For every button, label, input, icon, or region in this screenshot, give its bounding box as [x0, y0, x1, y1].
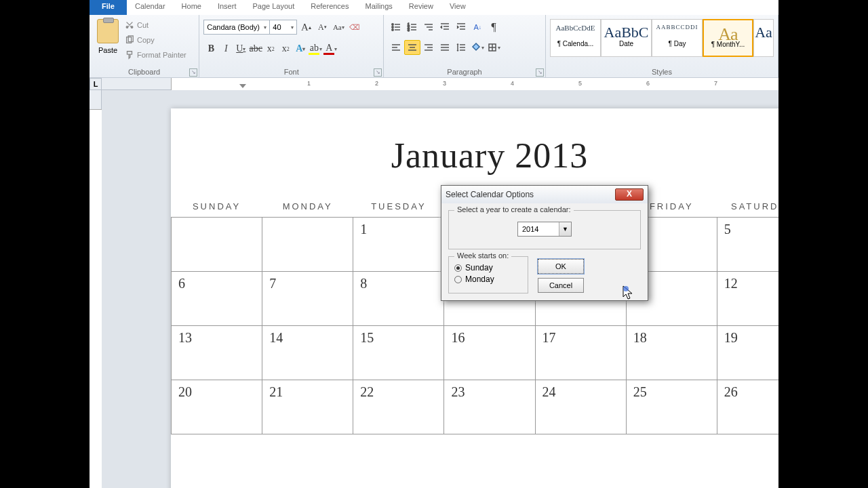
shrink-font-button[interactable]: A▾: [315, 20, 330, 35]
cut-button[interactable]: Cut: [125, 18, 186, 33]
document-area: L 1 2 3 4 5 6 7 January 2013 SUNDAY MOND…: [90, 78, 778, 488]
style-more[interactable]: Aa: [753, 19, 774, 57]
tab-selector[interactable]: L: [90, 78, 102, 90]
calendar-row: 20212223242526: [172, 380, 779, 434]
font-size-combo[interactable]: 40▾: [270, 20, 297, 35]
ribbon: Paste Cut Copy Format Painter Clipboard …: [90, 15, 778, 78]
svg-point-2: [392, 24, 393, 25]
clipboard-launcher-icon[interactable]: ↘: [189, 68, 197, 77]
style-monthy[interactable]: Aa¶ MonthY...: [703, 19, 753, 57]
tab-page-layout[interactable]: Page Layout: [244, 0, 302, 15]
font-name-combo[interactable]: Candara (Body)▾: [203, 20, 270, 35]
vertical-ruler[interactable]: [90, 90, 102, 488]
calendar-title: January 2013: [171, 136, 778, 176]
brush-icon: [125, 50, 134, 60]
strikethrough-button[interactable]: abc: [248, 41, 263, 56]
radio-monday[interactable]: Monday: [454, 274, 522, 284]
clear-formatting-button[interactable]: ⌫: [347, 20, 362, 35]
tab-review[interactable]: Review: [401, 0, 441, 15]
copy-button[interactable]: Copy: [125, 33, 186, 47]
align-right-button[interactable]: [420, 40, 437, 55]
decrease-indent-button[interactable]: [437, 20, 453, 35]
style-date[interactable]: AaBbCDate: [601, 19, 652, 57]
increase-indent-button[interactable]: [453, 20, 469, 35]
week-starts-fieldset: Week starts on: Sunday Monday: [448, 256, 528, 293]
group-label-paragraph: Paragraph: [384, 66, 545, 77]
year-fieldset: Select a year to create a calendar: 2014…: [448, 210, 641, 249]
radio-icon: [454, 264, 462, 272]
mouse-cursor-icon: [622, 285, 635, 302]
calendar-options-dialog: Select Calendar Options X Select a year …: [441, 185, 648, 301]
group-label-styles: Styles: [546, 66, 778, 77]
group-paragraph: 123 A↓ ¶ ▾ ▾ Paragraph ↘: [384, 15, 546, 77]
indent-marker-icon[interactable]: [239, 84, 246, 88]
subscript-button[interactable]: x2: [263, 41, 278, 56]
svg-point-6: [392, 29, 393, 30]
multilevel-list-button[interactable]: [420, 20, 437, 35]
bullets-button[interactable]: [388, 20, 404, 35]
paste-label: Paste: [94, 46, 122, 54]
underline-button[interactable]: U▾: [233, 41, 248, 56]
scissors-icon: [125, 20, 134, 30]
group-label-font: Font: [199, 66, 383, 77]
tab-home[interactable]: Home: [174, 0, 210, 15]
bold-button[interactable]: B: [203, 41, 218, 56]
change-case-button[interactable]: Aa▾: [331, 20, 346, 35]
paste-button[interactable]: Paste: [94, 16, 122, 66]
align-left-button[interactable]: [388, 40, 404, 55]
font-color-button[interactable]: A▾: [323, 41, 338, 56]
show-marks-button[interactable]: ¶: [486, 20, 502, 35]
style-calendar[interactable]: AaBbCcDdE¶ Calenda...: [550, 19, 601, 57]
numbering-button[interactable]: 123: [404, 20, 420, 35]
close-button[interactable]: X: [615, 188, 644, 201]
dialog-titlebar[interactable]: Select Calendar Options X: [441, 186, 648, 203]
group-clipboard: Paste Cut Copy Format Painter Clipboard …: [90, 15, 199, 77]
horizontal-ruler[interactable]: L 1 2 3 4 5 6 7: [90, 78, 778, 90]
paragraph-launcher-icon[interactable]: ↘: [536, 68, 544, 77]
font-launcher-icon[interactable]: ↘: [374, 68, 382, 77]
tab-references[interactable]: References: [302, 0, 357, 15]
year-legend: Select a year to create a calendar:: [454, 205, 574, 214]
tab-file[interactable]: File: [90, 0, 127, 15]
highlight-button[interactable]: ab▾: [308, 41, 323, 56]
radio-sunday[interactable]: Sunday: [454, 263, 522, 272]
svg-point-41: [623, 286, 629, 291]
italic-button[interactable]: I: [218, 41, 233, 56]
sort-button[interactable]: A↓: [469, 20, 486, 35]
tab-mailings[interactable]: Mailings: [357, 0, 401, 15]
line-spacing-button[interactable]: [453, 40, 469, 55]
text-effects-button[interactable]: A▾: [293, 41, 308, 56]
grow-font-button[interactable]: A▴: [298, 20, 313, 35]
chevron-down-icon: ▾: [264, 24, 267, 30]
borders-button[interactable]: ▾: [486, 40, 502, 55]
copy-icon: [125, 35, 134, 45]
svg-point-4: [392, 26, 393, 28]
shading-button[interactable]: ▾: [469, 40, 486, 55]
word-window: File Calendar Home Insert Page Layout Re…: [90, 0, 778, 488]
paste-icon: [97, 19, 119, 43]
radio-icon: [454, 276, 462, 283]
ribbon-tab-strip: File Calendar Home Insert Page Layout Re…: [90, 0, 778, 15]
cancel-button[interactable]: Cancel: [538, 278, 584, 293]
group-font: Candara (Body)▾ 40▾ A▴ A▾ Aa▾ ⌫ B I U▾ a…: [199, 15, 384, 77]
chevron-down-icon: ▼: [559, 222, 571, 236]
tab-insert[interactable]: Insert: [210, 0, 245, 15]
week-legend: Week starts on:: [454, 251, 511, 260]
superscript-button[interactable]: x2: [278, 41, 293, 56]
svg-text:3: 3: [408, 28, 410, 32]
calendar-row: 13141516171819: [172, 326, 779, 380]
chevron-down-icon: ▾: [291, 24, 294, 30]
tab-view[interactable]: View: [441, 0, 474, 15]
format-painter-button[interactable]: Format Painter: [125, 47, 186, 62]
align-center-button[interactable]: [404, 40, 420, 55]
style-day[interactable]: AABBCCDDI¶ Day: [652, 19, 703, 57]
group-styles: AaBbCcDdE¶ Calenda... AaBbCDate AABBCCDD…: [546, 15, 778, 77]
tab-calendar[interactable]: Calendar: [127, 0, 174, 15]
group-label-clipboard: Clipboard: [90, 66, 199, 77]
dialog-title: Select Calendar Options: [446, 190, 534, 199]
ok-button[interactable]: OK: [538, 259, 584, 274]
justify-button[interactable]: [437, 40, 453, 55]
year-combo[interactable]: 2014 ▼: [517, 222, 572, 237]
